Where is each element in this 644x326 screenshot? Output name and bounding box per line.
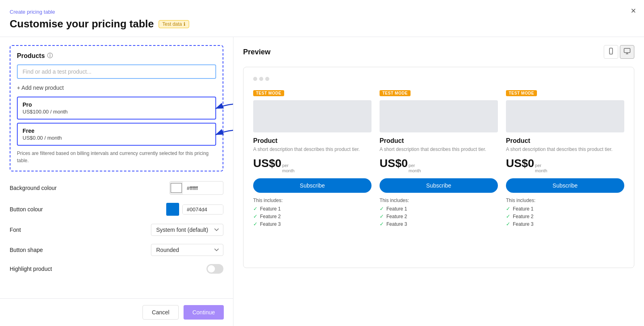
feature-3-1: ✓ Feature 1	[506, 206, 624, 212]
check-icon-2-1: ✓	[380, 206, 384, 212]
test-mode-badge-3: TEST MODE	[506, 90, 537, 96]
button-colour-input-group[interactable]	[166, 203, 223, 216]
left-panel: Products ⓘ + Add new product Pro US$100.…	[0, 37, 233, 326]
check-icon-2-3: ✓	[380, 221, 384, 227]
price-amount-1: US$0	[253, 157, 281, 170]
preview-window: TEST MODE Product A short description th…	[243, 67, 634, 268]
button-shape-label: Button shape	[10, 247, 43, 253]
preview-header: Preview	[243, 45, 634, 59]
cancel-button[interactable]: Cancel	[142, 305, 179, 320]
test-mode-badge-1: TEST MODE	[253, 90, 284, 96]
window-dots	[253, 77, 624, 81]
background-colour-input-group[interactable]	[169, 181, 223, 195]
button-colour-swatch[interactable]	[166, 203, 179, 216]
preview-card-2: TEST MODE Product A short description th…	[380, 89, 498, 229]
card-product-desc-2: A short description that describes this …	[380, 146, 498, 153]
search-input[interactable]	[17, 64, 216, 79]
product-image-2	[380, 100, 498, 132]
feature-1-1: ✓ Feature 1	[253, 206, 372, 212]
card-product-desc-1: A short description that describes this …	[253, 146, 372, 153]
font-label: Font	[10, 227, 21, 233]
breadcrumb-link[interactable]: Create pricing table	[10, 9, 55, 15]
background-colour-swatch[interactable]	[170, 182, 183, 194]
continue-button[interactable]: Continue	[184, 305, 224, 320]
product-item-pro[interactable]: Pro US$100.00 / month	[17, 97, 216, 120]
feature-3-2: ✓ Feature 2	[506, 213, 624, 219]
test-data-badge: Test data ℹ	[159, 20, 189, 28]
dot-1	[253, 77, 257, 81]
card-product-name-2: Product	[380, 137, 498, 144]
product-image-1	[253, 100, 372, 132]
card-product-desc-3: A short description that describes this …	[506, 146, 624, 153]
products-title: Products ⓘ	[17, 52, 216, 60]
button-colour-text[interactable]	[183, 205, 223, 214]
highlight-product-label: Highlight product	[10, 266, 52, 272]
modal-title-row: Customise your pricing table Test data ℹ	[10, 18, 634, 30]
info-icon: ℹ	[184, 21, 186, 27]
feature-3-3: ✓ Feature 3	[506, 221, 624, 227]
includes-label-1: This includes:	[253, 198, 372, 203]
dot-2	[259, 77, 263, 81]
mobile-view-button[interactable]	[604, 45, 618, 59]
product-price-pro: US$100.00 / month	[23, 109, 211, 115]
feature-1-3: ✓ Feature 3	[253, 221, 372, 227]
subscribe-button-1[interactable]: Subscribe	[253, 178, 372, 193]
preview-card-3: TEST MODE Product A short description th…	[506, 89, 624, 229]
close-button[interactable]: ×	[631, 6, 636, 15]
view-toggle	[604, 45, 634, 59]
page-title: Customise your pricing table	[10, 18, 154, 30]
right-panel: Preview	[233, 37, 644, 326]
check-icon-3-3: ✓	[506, 221, 510, 227]
check-icon-3-1: ✓	[506, 206, 510, 212]
feature-1-2: ✓ Feature 2	[253, 213, 372, 219]
price-suffix-3: permonth	[535, 163, 547, 173]
products-info-icon[interactable]: ⓘ	[47, 52, 53, 60]
subscribe-button-3[interactable]: Subscribe	[506, 178, 624, 193]
background-colour-label: Background colour	[10, 185, 57, 191]
card-price-3: US$0 permonth	[506, 157, 624, 173]
background-colour-text[interactable]	[183, 184, 223, 193]
footer-buttons: Cancel Continue	[0, 298, 233, 326]
product-price-free: US$0.00 / month	[23, 135, 211, 141]
feature-2-2: ✓ Feature 2	[380, 213, 498, 219]
products-section: Products ⓘ + Add new product Pro US$100.…	[10, 45, 223, 171]
highlight-product-toggle[interactable]	[206, 264, 223, 274]
test-mode-badge-2: TEST MODE	[380, 90, 411, 96]
test-data-label: Test data	[162, 21, 182, 27]
check-icon-1-2: ✓	[253, 213, 258, 219]
button-colour-row: Button colour	[10, 203, 223, 216]
button-colour-text-group[interactable]	[182, 204, 223, 215]
button-shape-select[interactable]: Rounded Square Pill	[151, 244, 223, 256]
includes-label-3: This includes:	[506, 198, 624, 203]
check-icon-1-1: ✓	[253, 206, 258, 212]
font-select[interactable]: System font (default) Arial Georgia	[151, 224, 223, 236]
preview-card-1: TEST MODE Product A short description th…	[253, 89, 372, 229]
feature-2-3: ✓ Feature 3	[380, 221, 498, 227]
card-product-name-3: Product	[506, 137, 624, 144]
check-icon-2-2: ✓	[380, 213, 384, 219]
add-new-product-button[interactable]: + Add new product	[17, 83, 64, 93]
includes-label-2: This includes:	[380, 198, 498, 203]
modal-container: Create pricing table Customise your pric…	[0, 0, 644, 326]
product-cards: TEST MODE Product A short description th…	[253, 89, 624, 229]
desktop-view-button[interactable]	[620, 45, 634, 59]
modal-body: Products ⓘ + Add new product Pro US$100.…	[0, 37, 644, 326]
font-row: Font System font (default) Arial Georgia	[10, 224, 223, 236]
product-name-free: Free	[23, 128, 211, 134]
subscribe-button-2[interactable]: Subscribe	[380, 178, 498, 193]
svg-rect-4	[624, 48, 630, 53]
feature-2-1: ✓ Feature 1	[380, 206, 498, 212]
price-suffix-2: permonth	[409, 163, 421, 173]
modal-header: Create pricing table Customise your pric…	[0, 0, 644, 37]
products-list: Pro US$100.00 / month	[17, 97, 216, 164]
product-item-free[interactable]: Free US$0.00 / month	[17, 123, 216, 146]
button-colour-label: Button colour	[10, 206, 43, 213]
price-amount-3: US$0	[506, 157, 534, 170]
button-shape-row: Button shape Rounded Square Pill	[10, 244, 223, 256]
price-suffix-1: permonth	[282, 163, 295, 173]
check-icon-3-2: ✓	[506, 213, 510, 219]
highlight-product-row: Highlight product	[10, 264, 223, 274]
preview-title: Preview	[243, 48, 270, 56]
add-product-label: + Add new product	[17, 85, 64, 91]
svg-rect-2	[609, 48, 613, 54]
